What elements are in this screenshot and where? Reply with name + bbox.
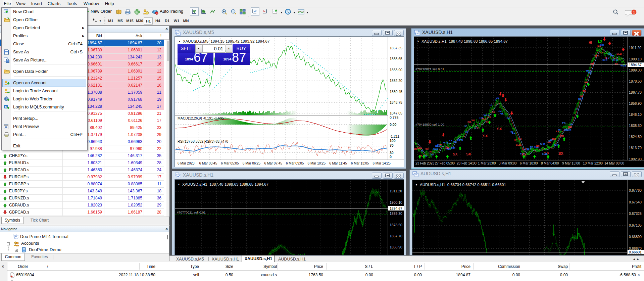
svg-text:14 Mar 08:00: 14 Mar 08:00: [604, 161, 624, 165]
svg-text:BB: BB: [610, 54, 614, 57]
svg-text:1802.90: 1802.90: [629, 157, 642, 161]
svg-text:XAUUSD.s,H1 1887.48 1898.63 1: XAUUSD.s,H1 1887.48 1898.63 1886.65 1894…: [182, 182, 268, 186]
svg-text:1: 1: [633, 10, 635, 14]
svg-text:23 Feb 2023: 23 Feb 2023: [415, 161, 435, 165]
svg-text:BB: BB: [488, 116, 491, 119]
svg-text:SX: SX: [447, 147, 451, 150]
svg-text:HM: HM: [414, 148, 417, 151]
svg-text:6 Mar 18:00: 6 Mar 18:00: [520, 161, 538, 165]
svg-text:TL: TL: [576, 107, 580, 110]
svg-text:WL: WL: [472, 119, 476, 122]
svg-text:6 Mar 14:25: 6 Mar 14:25: [373, 161, 391, 165]
svg-text:BB: BB: [568, 126, 572, 129]
svg-text:SX: SX: [453, 152, 458, 156]
svg-text:HI: HI: [514, 139, 516, 142]
svg-text:6 Mar 13:05: 6 Mar 13:05: [351, 161, 369, 165]
svg-text:PB: PB: [459, 139, 463, 142]
svg-text:28 Feb 14:00: 28 Feb 14:00: [457, 161, 477, 165]
svg-text:TL: TL: [431, 154, 435, 157]
svg-text:BLB: BLB: [616, 52, 622, 55]
svg-text:TLS: TLS: [443, 142, 448, 145]
svg-text:6 Mar 2023: 6 Mar 2023: [178, 161, 195, 165]
svg-text:TLS: TLS: [544, 152, 549, 155]
svg-text:HM: HM: [506, 116, 510, 120]
svg-text:SX: SX: [466, 152, 471, 156]
svg-text:1857.35: 1857.35: [390, 46, 402, 50]
svg-text:BLB: BLB: [540, 143, 545, 146]
svg-text:BB: BB: [467, 121, 471, 124]
svg-text:1853.90: 1853.90: [390, 68, 402, 72]
svg-text:SLB: SLB: [433, 147, 439, 150]
svg-text:RSI(13) 58.5332 RSI(3) 63.747: RSI(13) 58.5332 RSI(3) 63.7470: [178, 139, 228, 143]
svg-text:1 Mar 23:00: 1 Mar 23:00: [478, 161, 496, 165]
svg-text:70: 70: [390, 143, 394, 147]
svg-text:TLS: TLS: [482, 117, 486, 120]
svg-text:1911.20: 1911.20: [629, 46, 641, 50]
svg-text:▼: ▼: [415, 183, 418, 186]
svg-text:1911.20: 1911.20: [390, 189, 402, 193]
svg-text:HR: HR: [476, 126, 479, 129]
svg-text:XAUUSD.s,H1 1887.48 1898.63 1: XAUUSD.s,H1 1887.48 1898.63 1886.65 1894…: [422, 39, 508, 43]
svg-text:▲: ▲: [178, 40, 181, 43]
svg-text:WL: WL: [570, 123, 574, 126]
svg-text:SLB: SLB: [594, 55, 600, 58]
svg-text:#70419830 sell 1.00: #70419830 sell 1.00: [415, 123, 444, 126]
svg-text:1835.30: 1835.30: [629, 124, 642, 128]
svg-text:30: 30: [390, 151, 394, 155]
svg-text:XAUUSD.s,M5 1894.15 1895.42 1: XAUUSD.s,M5 1894.15 1895.42 1893.92 1894…: [183, 39, 269, 43]
svg-text:HI: HI: [439, 143, 442, 146]
svg-text:1894.67: 1894.67: [629, 63, 642, 67]
svg-text:LX: LX: [449, 139, 453, 142]
svg-text:6 Mar 05:05: 6 Mar 05:05: [221, 161, 239, 165]
svg-text:1846.10: 1846.10: [629, 112, 642, 116]
svg-text:HR: HR: [552, 137, 556, 140]
svg-text:SS: SS: [582, 90, 586, 93]
svg-text:SX: SX: [558, 151, 563, 155]
svg-text:0.67105: 0.67105: [629, 223, 642, 227]
svg-text:HR: HR: [518, 137, 522, 140]
svg-text:9 Mar 13:00: 9 Mar 13:00: [562, 161, 580, 165]
svg-text:1848.75: 1848.75: [390, 100, 402, 104]
svg-text:#70770021 sell 0.01: #70770021 sell 0.01: [415, 67, 444, 71]
svg-text:6 Mar 11:45: 6 Mar 11:45: [329, 161, 347, 165]
svg-text:SS: SS: [492, 110, 495, 113]
svg-text:0: 0: [390, 155, 392, 159]
svg-text:1855.65: 1855.65: [390, 57, 402, 61]
svg-text:1889.30: 1889.30: [629, 68, 642, 72]
svg-text:AUDUSD.s,H1 0.66734 0.66742 0: AUDUSD.s,H1 0.66734 0.66742 0.66511 0.66…: [420, 183, 506, 187]
svg-text:TD: TD: [463, 124, 467, 127]
svg-text:1867.70: 1867.70: [629, 90, 642, 94]
svg-text:MACD(12,26,9) -0.191 -1.695: MACD(12,26,9) -0.191 -1.695: [178, 116, 224, 120]
svg-text:HI: HI: [589, 41, 592, 45]
svg-text:1894.67: 1894.67: [390, 206, 402, 210]
svg-text:1813.70: 1813.70: [629, 146, 642, 150]
svg-text:100: 100: [390, 139, 396, 143]
svg-text:HI: HI: [580, 94, 583, 97]
svg-text:0.67540: 0.67540: [629, 200, 642, 204]
svg-text:TD: TD: [530, 146, 534, 149]
svg-text:SS: SS: [453, 141, 457, 144]
svg-text:PB: PB: [500, 112, 503, 115]
svg-text:BLB: BLB: [578, 98, 584, 101]
svg-text:27 Feb 05:00: 27 Feb 05:00: [435, 161, 455, 165]
svg-text:+: +: [223, 10, 225, 13]
svg-text:0.66601: 0.66601: [629, 250, 642, 254]
svg-text:SS: SS: [486, 121, 489, 124]
svg-text:0.00: 0.00: [390, 123, 397, 127]
svg-text:LX: LX: [598, 40, 602, 43]
svg-text:3 Mar 09:00: 3 Mar 09:00: [499, 161, 517, 165]
svg-text:1900.10: 1900.10: [390, 200, 402, 204]
svg-text:HR: HR: [600, 43, 604, 46]
svg-text:1850.45: 1850.45: [390, 90, 402, 94]
svg-text:TL: TL: [421, 150, 425, 153]
svg-text:BB: BB: [512, 132, 515, 135]
svg-text:6 Mar 03:45: 6 Mar 03:45: [199, 161, 217, 165]
svg-text:0.67760: 0.67760: [629, 188, 642, 192]
svg-text:1856.90: 1856.90: [629, 101, 642, 105]
svg-text:1900.10: 1900.10: [629, 57, 642, 61]
svg-text:0.775: 0.775: [390, 115, 398, 120]
svg-text:0.66890: 0.66890: [629, 235, 642, 239]
svg-text:6 Mar 06:25: 6 Mar 06:25: [243, 161, 261, 165]
svg-text:HI: HI: [558, 128, 561, 131]
svg-text:▼: ▼: [178, 183, 180, 186]
